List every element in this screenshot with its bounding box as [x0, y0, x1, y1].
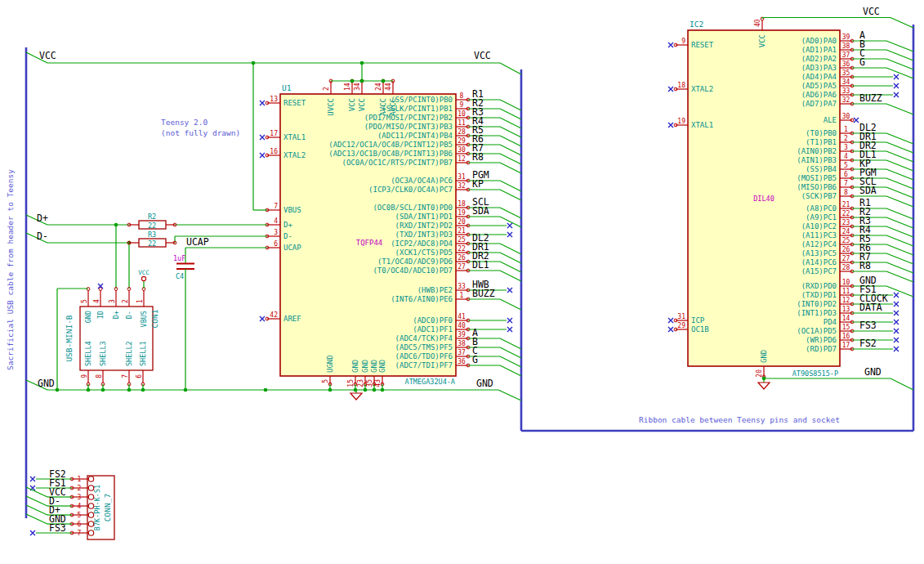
- pin-number: 8: [460, 92, 464, 100]
- bus-entry: [498, 390, 521, 401]
- pin-number: 27: [842, 255, 850, 262]
- junction-dot: [127, 388, 132, 392]
- net-label-SDA[interactable]: SDA: [859, 185, 877, 196]
- pin-name: (MISO)PB6: [797, 183, 837, 191]
- note-sacrificial-usb: Sacrificial USB cable from header to Tee…: [6, 169, 15, 370]
- pin-name: GND: [760, 350, 768, 363]
- net-label-D-[interactable]: D-: [37, 231, 48, 242]
- pin-name: (ADC12/OC1A/OC4B/PCINT12)PB5: [328, 141, 453, 149]
- pin-number: 22: [842, 210, 850, 217]
- pin-name: (AD6)PA6: [801, 91, 837, 99]
- net-label-FS3[interactable]: FS3: [859, 320, 877, 331]
- bus-entry: [500, 365, 521, 376]
- net-label-GND[interactable]: GND: [476, 378, 493, 389]
- net-label-DATA[interactable]: DATA: [859, 302, 882, 313]
- pin-number: 37: [842, 51, 850, 59]
- bus-entry: [886, 41, 913, 51]
- no-connect-icon: [894, 92, 899, 97]
- net-label-G[interactable]: G: [859, 56, 865, 68]
- pin-name: (OC1A)PD5: [797, 327, 837, 335]
- net-label-UCAP[interactable]: UCAP: [186, 236, 209, 248]
- bus-entry: [886, 151, 913, 162]
- net-label-BUZZ[interactable]: BUZZ: [859, 92, 882, 104]
- pin-number: 15: [842, 324, 850, 331]
- pin-number: 5: [81, 299, 88, 303]
- pin-number: 12: [458, 155, 466, 163]
- pin-name: D+: [283, 221, 292, 229]
- net-label-R8[interactable]: R8: [472, 151, 484, 163]
- pin-number: 36: [458, 358, 466, 365]
- net-label-SDA[interactable]: SDA: [472, 205, 489, 217]
- net-label-FS2[interactable]: FS2: [859, 338, 877, 349]
- schematic-canvas: U1TQFP44ATMEGA32U4-A13RESET17XTAL116XTAL…: [0, 0, 924, 564]
- pin-name: (TXD)PD1: [801, 291, 837, 299]
- pin-number: 30: [458, 146, 466, 154]
- pin-number: 42: [270, 311, 278, 319]
- bus-entry: [500, 262, 521, 272]
- net-label-R8[interactable]: R8: [859, 260, 871, 271]
- no-connect-icon: [894, 338, 899, 342]
- bus-entry: [500, 109, 521, 119]
- bus-entry: [500, 208, 521, 218]
- pin-name: (ADC0)PF0: [413, 316, 453, 325]
- net-label-VCC[interactable]: VCC: [863, 6, 880, 17]
- net-label-VCC[interactable]: VCC: [39, 50, 56, 61]
- no-connect-icon: [668, 43, 673, 47]
- net-label-DL1[interactable]: DL1: [472, 259, 489, 271]
- bus-entry: [886, 253, 913, 264]
- pin-name: AREF: [283, 315, 301, 323]
- usb-ref: CON1: [150, 309, 159, 328]
- vcc-power-symbol: [141, 276, 145, 280]
- net-label-KP[interactable]: KP: [472, 178, 484, 190]
- pin-number: 23: [357, 379, 364, 387]
- no-connect-icon: [507, 288, 512, 293]
- bus-entry: [26, 496, 47, 506]
- bus-entry: [886, 271, 913, 282]
- pin-name: D-: [125, 311, 133, 319]
- pin-number: 34: [354, 83, 361, 91]
- pin-number: 29: [458, 137, 466, 145]
- net-label-GND[interactable]: GND: [864, 366, 882, 378]
- junction-dot: [87, 388, 91, 392]
- pin-name: RESET: [691, 41, 714, 49]
- pin-number: 7: [78, 530, 82, 537]
- bus-entry: [886, 235, 913, 246]
- pin-number: 5: [844, 162, 848, 169]
- net-label-FS3[interactable]: FS3: [49, 522, 66, 534]
- pin-number: 9: [460, 101, 464, 109]
- pin-number: 4: [78, 503, 82, 510]
- net-label-GND[interactable]: GND: [38, 378, 55, 389]
- pin-name: (SCK)PB7: [801, 192, 837, 200]
- pin-name: ID: [96, 311, 105, 319]
- u1-value: TQFP44: [356, 239, 383, 247]
- bus-entry: [886, 217, 913, 228]
- pin-name: (SS/PCINT0)PB0: [391, 96, 453, 104]
- pin-number: 35: [366, 379, 373, 387]
- no-connect-icon: [894, 302, 899, 307]
- pin-name: (ADC13/OC1B/OC4B/PCINT13)PB6: [328, 150, 453, 158]
- pin-name: UGND: [326, 355, 334, 373]
- pin-name: XTAL2: [283, 151, 306, 159]
- pin-number: 6: [274, 240, 278, 248]
- net-label-BUZZ[interactable]: BUZZ: [472, 288, 495, 299]
- pin-number: 18: [458, 200, 466, 208]
- bus-entry: [500, 190, 521, 200]
- pin-number: 13: [842, 306, 850, 313]
- bus-entry: [500, 253, 521, 263]
- net-label-G[interactable]: G: [472, 354, 478, 365]
- pin-number: 44: [385, 83, 392, 91]
- pin-number: 43: [374, 379, 382, 387]
- pin-name: (A11)PC3: [801, 231, 837, 239]
- pin-name: VBUS: [140, 311, 148, 327]
- net-label-D+[interactable]: D+: [37, 213, 48, 224]
- pin-number: 4: [844, 153, 848, 160]
- pin-name: (MOSI)PB5: [797, 174, 837, 182]
- pin-number: 3: [109, 299, 116, 303]
- bus-entry: [500, 271, 521, 281]
- bus-entry: [886, 169, 913, 180]
- junction-dot: [101, 388, 105, 392]
- net-label-VCC[interactable]: VCC: [474, 50, 491, 61]
- bus-entry: [886, 244, 913, 255]
- no-connect-icon: [894, 311, 899, 316]
- pin-number: 31: [677, 313, 685, 320]
